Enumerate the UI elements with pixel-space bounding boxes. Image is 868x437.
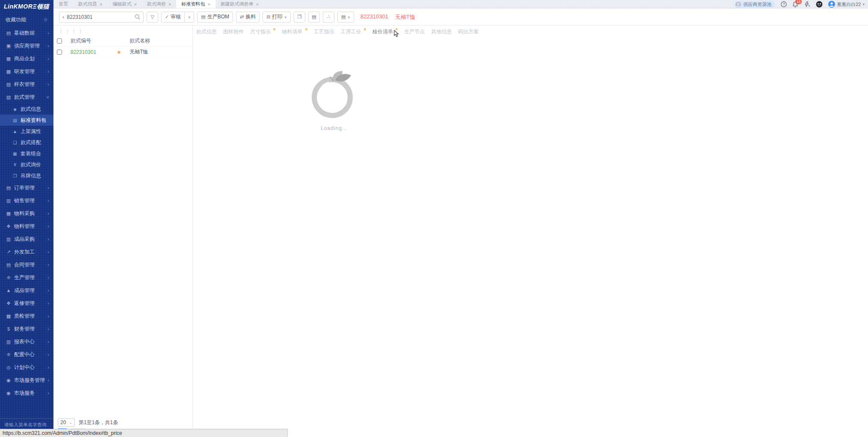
- search-icon[interactable]: [135, 14, 140, 20]
- sidebar-item-repair-management[interactable]: ❖ 返修管理 ›: [0, 297, 53, 310]
- detail-tab-production-nodes[interactable]: 生产节点: [404, 28, 425, 35]
- audit-dropdown-button[interactable]: ∨: [185, 12, 194, 23]
- sidebar-item-outsourced-processing[interactable]: ↗ 外发加工 ›: [0, 245, 53, 258]
- style-search-input[interactable]: [67, 14, 132, 20]
- sidebar-subitem-suit-combination[interactable]: ▦ 套装组合: [0, 148, 53, 159]
- close-icon[interactable]: ×: [168, 2, 171, 7]
- select-all-checkbox[interactable]: [57, 38, 62, 44]
- close-icon[interactable]: ×: [100, 2, 102, 7]
- detail-tab-size-ratio-plan[interactable]: 码比方案: [458, 28, 478, 35]
- share-button[interactable]: ∴: [323, 12, 334, 23]
- detail-tab-material-list[interactable]: 物料清单: [282, 28, 307, 35]
- detail-tab-style-info[interactable]: 款式信息: [196, 28, 217, 35]
- help-button[interactable]: ?: [781, 1, 787, 7]
- audit-button[interactable]: ✓ 审核: [161, 12, 185, 23]
- column-header-code[interactable]: 款式编号: [71, 37, 117, 44]
- style-code-cell[interactable]: 822310301: [71, 49, 117, 55]
- style-name-cell: 无袖T恤: [130, 48, 192, 56]
- star-icon[interactable]: ★: [117, 49, 130, 55]
- sidebar-item-market-service[interactable]: ◉ 市场服务 ›: [0, 387, 53, 399]
- topbar-tab-style-inquiry[interactable]: 款式询价 ×: [142, 0, 176, 8]
- supplier-pool-button[interactable]: 供应商资源池: [734, 1, 775, 8]
- sidebar-item-planning-center[interactable]: ◎ 计划中心 ›: [0, 361, 53, 374]
- mascot-button[interactable]: [816, 1, 823, 8]
- chevron-down-icon: ∨: [188, 15, 191, 19]
- toolbar: ‹ ▽ ✓ 审核 ∨ ▤ 生产BOM ⇄ 换料 ⊟ 打印 ∨: [53, 9, 868, 26]
- copy-button[interactable]: ❐: [294, 12, 305, 23]
- star-outline-icon[interactable]: ☆: [43, 17, 48, 23]
- style-info-icon: ◈: [12, 107, 18, 112]
- close-icon[interactable]: ×: [134, 2, 136, 7]
- sidebar-subitem-listing-attributes[interactable]: ▲ 上架属性: [0, 126, 53, 137]
- change-material-button[interactable]: ⇄ 换料: [236, 12, 260, 23]
- print-button[interactable]: ⊟ 打印 ∨: [263, 12, 291, 23]
- user-menu[interactable]: 葱葱白白22 ▾: [828, 1, 865, 8]
- topbar-tab-edit-style[interactable]: 编辑款式 ×: [107, 0, 142, 8]
- table-row-822310301[interactable]: 822310301 ★ 无袖T恤: [53, 47, 192, 58]
- sidebar-item-report-center[interactable]: ▥ 报表中心 ›: [0, 335, 53, 348]
- export-button[interactable]: ▤ ∨: [337, 12, 354, 23]
- quick-actions-icon: [804, 1, 810, 7]
- sidebar-item-sales-management[interactable]: ▥ 销售管理 ›: [0, 194, 53, 207]
- sidebar-item-sample-management[interactable]: ▨ 样衣管理 ›: [0, 78, 53, 91]
- topbar-tab-standard-data-package[interactable]: 标准资料包 ×: [176, 0, 215, 8]
- collapse-panel-icon[interactable]: ‹: [62, 14, 64, 20]
- sidebar-item-finished-goods-purchasing[interactable]: ▥ 成品采购 ›: [0, 233, 53, 245]
- listing-icon: ▲: [12, 129, 18, 134]
- filter-unfilled[interactable]: [64, 28, 71, 34]
- sidebar-item-material-purchasing[interactable]: ▦ 物料采购 ›: [0, 207, 53, 220]
- filter-filled[interactable]: [71, 28, 77, 34]
- notifications-button[interactable]: 16: [792, 1, 798, 8]
- sidebar-item-quality-management[interactable]: ▩ 质检管理 ›: [0, 310, 53, 322]
- filter-button[interactable]: ▽: [147, 12, 158, 23]
- detail-tab-process-price[interactable]: 工序工价: [341, 28, 366, 35]
- close-icon[interactable]: ×: [256, 2, 259, 7]
- sidebar-item-finance-management[interactable]: $ 财务管理 ›: [0, 322, 53, 335]
- sidebar-item-order-management[interactable]: ▤ 订单管理 ›: [0, 181, 53, 194]
- mascot-icon: [816, 1, 823, 8]
- menu-search-input[interactable]: [0, 419, 53, 430]
- sidebar-item-contract-management[interactable]: ▤ 合同管理 ›: [0, 258, 53, 271]
- sidebar-item-configuration-center[interactable]: ❈ 配置中心 ›: [0, 348, 53, 361]
- quick-actions-button[interactable]: [804, 1, 810, 7]
- filter-audited[interactable]: [77, 28, 83, 34]
- sidebar-item-style-management[interactable]: ▧ 款式管理 ˅: [0, 91, 53, 103]
- sidebar-subitem-style-matching[interactable]: ❏ 款式搭配: [0, 137, 53, 148]
- unsaved-dot-icon: [364, 28, 366, 30]
- topbar-tab-home[interactable]: 首页: [53, 0, 73, 8]
- detail-tab-other-info[interactable]: 其他信息: [431, 28, 452, 35]
- sidebar-subitem-style-inquiry[interactable]: ¥ 款式询价: [0, 159, 53, 170]
- sidebar-item-favorites[interactable]: 收藏功能 ☆: [0, 13, 53, 27]
- sidebar-subitem-style-info[interactable]: ◈ 款式信息: [0, 103, 53, 115]
- detail-tab-size-indication[interactable]: 尺寸指示: [250, 28, 275, 35]
- sidebar-item-base-data[interactable]: ▤ 基础数据 ›: [0, 27, 53, 39]
- production-bom-button[interactable]: ▤ 生产BOM: [197, 12, 233, 23]
- sidebar-subitem-standard-data-package[interactable]: ▤ 标准资料包: [0, 115, 53, 126]
- style-icon: ▧: [6, 94, 12, 100]
- sidebar-subitem-hangtag-info[interactable]: ❐ 吊牌信息: [0, 170, 53, 181]
- sidebar-item-finished-goods-management[interactable]: ▲ 成品管理 ›: [0, 284, 53, 297]
- detail-tab-pattern-attachments[interactable]: 图样附件: [223, 28, 244, 35]
- sidebar-item-supplier-management[interactable]: ▣ 供应商管理 ›: [0, 39, 53, 52]
- page-size-select[interactable]: 20 ⌄: [58, 418, 75, 427]
- column-header-name[interactable]: 款式名称: [130, 37, 192, 44]
- current-style-name: 无袖T恤: [395, 13, 415, 21]
- sidebar-item-market-service-management[interactable]: ◉ 市场服务管理 ›: [0, 374, 53, 387]
- sidebar-item-rd-management[interactable]: ▩ 研发管理 ›: [0, 65, 53, 78]
- detail-tab-price-list[interactable]: 核价清单: [372, 28, 398, 35]
- sidebar-item-product-planning[interactable]: ▦ 商品企划 ›: [0, 52, 53, 65]
- detail-tab-process-indication[interactable]: 工艺指示: [314, 28, 334, 35]
- unsaved-dot-icon: [273, 28, 275, 30]
- document-button[interactable]: ▤: [308, 12, 320, 23]
- topbar-tab-new-style-inquiry-order[interactable]: 新建款式询价单 ×: [216, 0, 264, 8]
- topbar-tab-style-info[interactable]: 款式信息 ×: [73, 0, 107, 8]
- order-icon: ▤: [6, 185, 12, 191]
- sidebar-item-production-management[interactable]: ❈ 生产管理 ›: [0, 271, 53, 284]
- topbar: 首页 款式信息 × 编辑款式 × 款式询价 × 标准资料包 × 新建款式询价单 …: [53, 0, 868, 9]
- sidebar: LinKMORΞ领猫 收藏功能 ☆ ▤ 基础数据 › ▣ 供应商管理 › ▦ 商…: [0, 0, 53, 437]
- close-icon[interactable]: ×: [207, 2, 210, 7]
- sidebar-item-material-management[interactable]: ❖ 物料管理 ›: [0, 220, 53, 233]
- hangtag-icon: ❐: [12, 174, 18, 178]
- filter-all[interactable]: [58, 28, 64, 34]
- row-checkbox[interactable]: [57, 50, 62, 55]
